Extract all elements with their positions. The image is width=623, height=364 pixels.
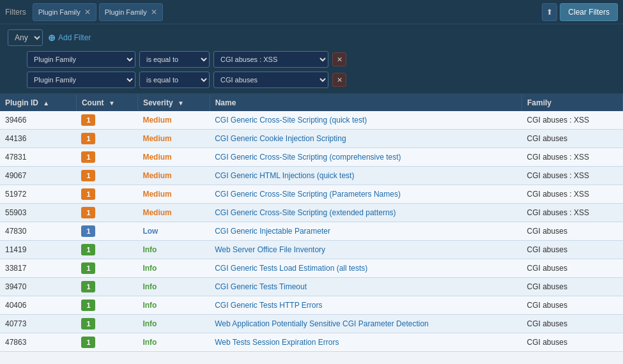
name-link[interactable]: Web Server Office File Inventory: [215, 245, 325, 254]
cell-name: CGI Generic Cross-Site Scripting (Parame…: [210, 185, 521, 204]
filter-rows: Plugin Family is equal to CGI abuses : X…: [8, 51, 615, 88]
cell-severity: Medium: [137, 185, 210, 204]
collapse-icon: ⬆: [546, 8, 553, 17]
table-row: 55903 1 Medium CGI Generic Cross-Site Sc…: [0, 204, 623, 222]
tab-label-2: Plugin Family: [105, 8, 147, 16]
filter-remove-2[interactable]: ✕: [332, 73, 346, 87]
cell-name: CGI Generic Tests Timeout: [210, 278, 521, 296]
cell-family: CGI abuses: [522, 296, 623, 315]
severity-value: Info: [142, 264, 157, 273]
filter-remove-1[interactable]: ✕: [332, 52, 346, 66]
name-link[interactable]: CGI Generic Cross-Site Scripting (compre…: [215, 153, 401, 162]
cell-plugin-id: 40773: [0, 315, 76, 333]
table-header-row: Plugin ID ▲ Count ▼ Severity ▼ Name Fami…: [0, 95, 623, 111]
filter-operator-2[interactable]: is equal to: [139, 72, 210, 88]
name-link[interactable]: Web Tests Session Expiration Errors: [215, 338, 339, 347]
cell-plugin-id: 39466: [0, 111, 76, 130]
col-header-family[interactable]: Family: [522, 95, 623, 111]
name-link[interactable]: CGI Generic Injectable Parameter: [215, 227, 330, 236]
count-badge: 1: [81, 337, 95, 348]
filter-field-1[interactable]: Plugin Family: [27, 51, 135, 68]
table-row: 11419 1 Info Web Server Office File Inve…: [0, 241, 623, 259]
cell-family: CGI abuses: [522, 315, 623, 333]
severity-value: Medium: [142, 171, 171, 180]
severity-value: Medium: [142, 116, 171, 125]
cell-family: CGI abuses : XSS: [522, 111, 623, 130]
tab-label-1: Plugin Family: [38, 8, 81, 16]
cell-family: CGI abuses: [522, 130, 623, 148]
severity-value: Info: [142, 245, 157, 254]
cell-count: 1: [76, 111, 137, 130]
severity-value: Medium: [142, 208, 171, 217]
cell-severity: Info: [137, 241, 210, 259]
tab-close-2[interactable]: ✕: [151, 8, 157, 16]
cell-name: CGI Generic Cross-Site Scripting (extend…: [210, 204, 521, 222]
cell-family: CGI abuses : XSS: [522, 204, 623, 222]
name-link[interactable]: CGI Generic Cookie Injection Scripting: [215, 134, 346, 143]
col-header-severity[interactable]: Severity ▼: [137, 95, 210, 111]
filter-value-2[interactable]: CGI abuses: [213, 72, 328, 88]
filter-row-2: Plugin Family is equal to CGI abuses ✕: [27, 72, 615, 88]
cell-family: CGI abuses: [522, 259, 623, 278]
cell-count: 1: [76, 241, 137, 259]
cell-plugin-id: 51972: [0, 185, 76, 204]
name-link[interactable]: CGI Generic Tests Load Estimation (all t…: [215, 264, 367, 273]
cell-severity: Medium: [137, 204, 210, 222]
severity-value: Low: [142, 227, 158, 236]
tab-plugin-family-2[interactable]: Plugin Family ✕: [99, 3, 163, 21]
cell-plugin-id: 47863: [0, 333, 76, 352]
filter-operator-1[interactable]: is equal to: [139, 51, 210, 68]
name-link[interactable]: CGI Generic Cross-Site Scripting (extend…: [215, 208, 396, 217]
cell-severity: Info: [137, 278, 210, 296]
col-header-name[interactable]: Name: [210, 95, 521, 111]
name-link[interactable]: CGI Generic Cross-Site Scripting (Parame…: [215, 190, 401, 199]
cell-count: 1: [76, 278, 137, 296]
add-filter-link[interactable]: ⊕ Add Filter: [48, 33, 91, 43]
tab-close-1[interactable]: ✕: [84, 8, 91, 16]
name-link[interactable]: CGI Generic HTML Injections (quick test): [215, 171, 354, 180]
table-row: 47831 1 Medium CGI Generic Cross-Site Sc…: [0, 148, 623, 167]
table-row: 51972 1 Medium CGI Generic Cross-Site Sc…: [0, 185, 623, 204]
cell-plugin-id: 11419: [0, 241, 76, 259]
count-badge: 1: [81, 318, 95, 330]
table-row: 39470 1 Info CGI Generic Tests Timeout C…: [0, 278, 623, 296]
name-link[interactable]: Web Application Potentially Sensitive CG…: [215, 319, 429, 328]
severity-value: Info: [142, 319, 157, 328]
table-row: 44136 1 Medium CGI Generic Cookie Inject…: [0, 130, 623, 148]
cell-severity: Info: [137, 315, 210, 333]
collapse-button[interactable]: ⬆: [542, 3, 557, 21]
filter-row-1: Plugin Family is equal to CGI abuses : X…: [27, 51, 615, 68]
tab-plugin-family-1[interactable]: Plugin Family ✕: [33, 3, 96, 21]
clear-filters-button[interactable]: Clear Filters: [560, 3, 618, 21]
sort-icon-count: ▼: [109, 100, 115, 107]
table-row: 40406 1 Info CGI Generic Tests HTTP Erro…: [0, 296, 623, 315]
results-table: Plugin ID ▲ Count ▼ Severity ▼ Name Fami…: [0, 95, 623, 352]
cell-name: CGI Generic HTML Injections (quick test): [210, 167, 521, 185]
count-badge: 1: [81, 300, 95, 311]
cell-name: CGI Generic Tests Load Estimation (all t…: [210, 259, 521, 278]
cell-name: Web Server Office File Inventory: [210, 241, 521, 259]
cell-count: 1: [76, 296, 137, 315]
filter-value-1[interactable]: CGI abuses : XSS: [213, 51, 328, 68]
severity-value: Info: [142, 301, 157, 310]
name-link[interactable]: CGI Generic Tests HTTP Errors: [215, 301, 322, 310]
any-select[interactable]: Any All: [8, 29, 43, 46]
col-header-plugin-id[interactable]: Plugin ID ▲: [0, 95, 76, 111]
cell-count: 1: [76, 148, 137, 167]
cell-severity: Info: [137, 333, 210, 352]
name-link[interactable]: CGI Generic Tests Timeout: [215, 282, 307, 291]
table-row: 33817 1 Info CGI Generic Tests Load Esti…: [0, 259, 623, 278]
table-row: 49067 1 Medium CGI Generic HTML Injectio…: [0, 167, 623, 185]
filter-field-2[interactable]: Plugin Family: [27, 72, 135, 88]
sort-icon-plugin-id: ▲: [43, 100, 49, 107]
col-header-count[interactable]: Count ▼: [76, 95, 137, 111]
cell-family: CGI abuses: [522, 278, 623, 296]
count-badge: 1: [81, 188, 95, 200]
cell-plugin-id: 44136: [0, 130, 76, 148]
cell-family: CGI abuses : XSS: [522, 148, 623, 167]
severity-value: Medium: [142, 134, 171, 143]
count-badge: 1: [81, 281, 95, 292]
cell-count: 1: [76, 315, 137, 333]
name-link[interactable]: CGI Generic Cross-Site Scripting (quick …: [215, 116, 367, 125]
severity-value: Info: [142, 282, 157, 291]
